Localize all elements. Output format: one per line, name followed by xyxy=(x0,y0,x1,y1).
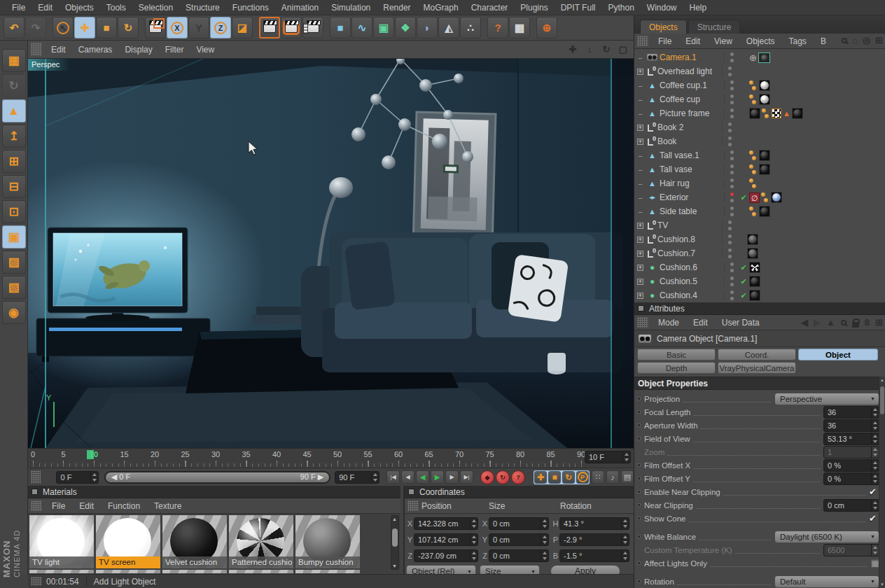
field-aperture-width[interactable]: 36 xyxy=(823,419,879,432)
add-particles-icon[interactable]: ∴ xyxy=(460,17,481,38)
visibility-dots[interactable] xyxy=(724,178,738,188)
position-x-field[interactable]: 142.328 cm xyxy=(414,517,478,530)
expand-icon[interactable]: + xyxy=(637,279,643,285)
expand-icon[interactable]: + xyxy=(637,265,643,271)
panel-grip[interactable] xyxy=(637,317,648,328)
size-z-field[interactable]: 0 cm xyxy=(489,550,549,562)
viewport-menu-view[interactable]: View xyxy=(190,45,221,55)
material-tag-icon[interactable] xyxy=(759,150,770,161)
visibility-dots[interactable] xyxy=(722,234,736,244)
x-axis-lock-icon[interactable]: X xyxy=(167,17,188,38)
play-forward-icon[interactable]: ▶ xyxy=(431,470,444,484)
add-deformer-icon[interactable]: ◗ xyxy=(417,17,438,38)
value-spinner[interactable] xyxy=(541,534,548,545)
menu-objects[interactable]: Objects xyxy=(59,3,100,13)
menu-simulation[interactable]: Simulation xyxy=(325,3,377,13)
texture-tag-icon[interactable] xyxy=(749,94,758,104)
size-x-field[interactable]: 0 cm xyxy=(489,517,549,530)
frame-tick-70[interactable]: 70 xyxy=(455,450,464,458)
record-keyframe-icon[interactable]: ◆ xyxy=(480,470,494,484)
field-field-of-view[interactable]: 53.13 ° xyxy=(823,433,879,445)
object-manager-menu-edit[interactable]: Edit xyxy=(678,36,707,46)
toggle-view-icon[interactable]: ▢ xyxy=(617,43,629,55)
visibility-dots[interactable] xyxy=(724,192,738,202)
value-spinner[interactable] xyxy=(871,407,879,418)
frame-spinner[interactable] xyxy=(622,451,630,463)
expand-icon[interactable]: + xyxy=(637,125,643,131)
tab-objects[interactable]: Objects xyxy=(640,20,687,34)
frame-tick-75[interactable]: 75 xyxy=(485,450,494,458)
visibility-dots[interactable] xyxy=(722,122,736,132)
value-spinner[interactable] xyxy=(871,500,879,511)
sound-icon[interactable]: ♪ xyxy=(606,470,619,484)
frame-tick-30[interactable]: 30 xyxy=(211,450,220,458)
animation-dot[interactable] xyxy=(637,580,641,583)
move-tool-icon[interactable]: ✚ xyxy=(74,17,95,38)
next-frame-icon[interactable]: ▶ xyxy=(445,470,459,484)
workplane-mode-icon[interactable]: ◉ xyxy=(2,301,26,324)
object-manager-menu-objects[interactable]: Objects xyxy=(739,36,782,46)
object-row-hair-rug[interactable]: –▲Hair rug xyxy=(634,176,885,190)
target-tag-icon[interactable]: ⊕ xyxy=(749,52,757,63)
key-rotation-icon[interactable]: ↻ xyxy=(562,471,575,484)
scrollbar-thumb[interactable] xyxy=(392,528,398,547)
value-spinner[interactable] xyxy=(541,550,548,561)
frame-tick-85[interactable]: 85 xyxy=(546,450,555,458)
panel-grip[interactable] xyxy=(31,577,42,586)
scrollbar-thumb[interactable] xyxy=(880,386,884,414)
panel-grip[interactable] xyxy=(31,470,41,484)
menu-render[interactable]: Render xyxy=(377,3,417,13)
y-axis-lock-icon[interactable]: Y xyxy=(188,17,209,38)
field-film-offset-x[interactable]: 0 % xyxy=(823,459,879,472)
value-spinner[interactable] xyxy=(871,447,879,458)
undo-icon[interactable]: ↶ xyxy=(4,17,25,38)
menu-python[interactable]: Python xyxy=(601,3,640,13)
viewport-camera-label[interactable]: Perspec xyxy=(28,59,69,71)
edges-mode-icon[interactable]: ⊟ xyxy=(2,175,26,198)
menu-file[interactable]: File xyxy=(6,3,32,13)
frame-tick-40[interactable]: 40 xyxy=(272,450,281,458)
animation-dot[interactable] xyxy=(637,424,641,427)
material-tag-icon[interactable] xyxy=(749,276,760,287)
material-velvet-cushion[interactable]: Velvet cushion xyxy=(162,515,227,573)
frame-tick-35[interactable]: 35 xyxy=(242,450,250,458)
start-frame-spinner[interactable] xyxy=(90,472,98,483)
materials-scrollbar[interactable]: ▲ ▼ xyxy=(391,515,399,570)
help-icon[interactable]: ? xyxy=(487,17,508,38)
viewport-menu-edit[interactable]: Edit xyxy=(45,45,72,55)
materials-menu-function[interactable]: Function xyxy=(101,501,147,511)
parent-object-icon[interactable]: ▲ xyxy=(826,317,835,328)
object-row-coffee-cup[interactable]: –▲Coffee cup xyxy=(634,92,885,106)
polygons-mode-icon[interactable]: ⊡ xyxy=(2,200,26,223)
path-icon[interactable]: ◎ xyxy=(863,35,870,46)
current-frame-field[interactable]: 10 F xyxy=(585,451,631,463)
visibility-dots[interactable] xyxy=(724,52,738,62)
animation-dot[interactable] xyxy=(637,397,641,400)
animation-dot[interactable] xyxy=(637,503,641,507)
object-row-tv[interactable]: +TV xyxy=(634,218,885,232)
rotate-view-icon[interactable]: ↻ xyxy=(600,43,613,55)
object-row-side-table[interactable]: –▲Side table xyxy=(634,204,885,218)
panel-grip[interactable] xyxy=(407,500,419,511)
materials-menu-edit[interactable]: Edit xyxy=(72,501,101,511)
model-mode-icon[interactable]: ▲ xyxy=(2,99,26,122)
attr-tab-vrayphysicalcamera[interactable]: VrayPhysicalCamera xyxy=(718,362,796,374)
points-mode-icon[interactable]: ⊞ xyxy=(2,150,26,173)
visibility-dots[interactable] xyxy=(722,248,736,258)
visibility-dots[interactable] xyxy=(724,206,738,216)
field-focal-length[interactable]: 36 xyxy=(823,406,879,419)
visibility-dots[interactable] xyxy=(724,80,738,90)
object-row-cushion-6[interactable]: +●Cushion.6✔ xyxy=(634,260,885,274)
render-view-icon[interactable] xyxy=(259,17,280,38)
menu-plugins[interactable]: Plugins xyxy=(514,3,554,13)
rotation-b-field[interactable]: -1.5 ° xyxy=(559,550,629,562)
animation-dot[interactable] xyxy=(637,535,641,538)
materials-menu-texture[interactable]: Texture xyxy=(147,501,188,511)
expand-icon[interactable]: + xyxy=(637,139,643,145)
prev-frame-icon[interactable]: ◀ xyxy=(401,470,414,484)
end-frame-field[interactable]: 90 F xyxy=(335,471,379,484)
autokey-icon[interactable]: ↻ xyxy=(496,470,510,484)
rotation-h-field[interactable]: 41.3 ° xyxy=(559,517,629,530)
visibility-dots[interactable] xyxy=(722,220,736,230)
field-near-clipping[interactable]: 0 cm xyxy=(823,499,879,512)
